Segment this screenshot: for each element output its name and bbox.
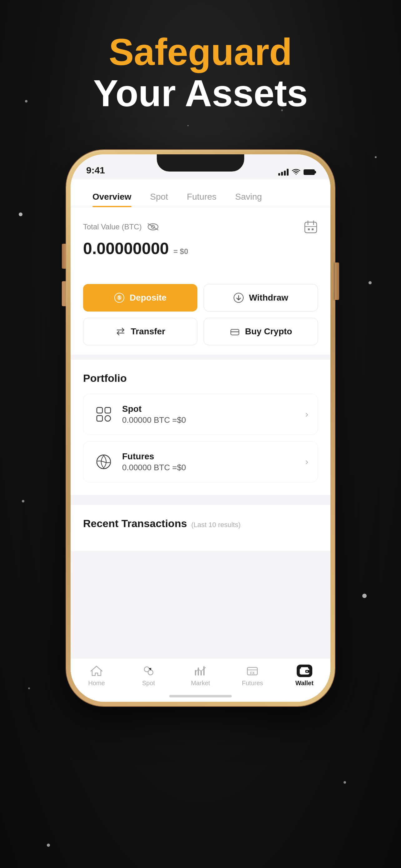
buy-crypto-icon — [230, 326, 240, 337]
hero-line2: Your Assets — [0, 72, 401, 114]
sparkle-dot — [188, 125, 189, 126]
futures-chevron-right-icon: › — [305, 457, 308, 467]
status-time: 9:41 — [86, 165, 105, 176]
tab-saving[interactable]: Saving — [226, 186, 271, 207]
wifi-icon — [292, 169, 300, 176]
sparkle-dot — [375, 156, 377, 158]
sparkle-dot — [369, 281, 372, 284]
nav-label-wallet: Wallet — [295, 680, 313, 687]
futures-portfolio-value: 0.00000 BTC =$0 — [122, 463, 305, 472]
transfer-button[interactable]: Transfer — [83, 318, 197, 345]
phone-notch — [157, 154, 244, 172]
spot-nav-icon — [141, 664, 157, 677]
svg-rect-8 — [312, 228, 313, 230]
battery-icon — [304, 169, 315, 175]
sparkle-dot — [19, 213, 23, 216]
balance-section: Total Value (BTC) — [71, 207, 330, 275]
svg-rect-7 — [308, 228, 310, 230]
transactions-subtitle: (Last 10 results) — [192, 521, 241, 529]
tab-spot[interactable]: Spot — [141, 186, 178, 207]
svg-rect-17 — [97, 415, 102, 421]
section-divider-2 — [71, 495, 330, 500]
phone-screen: 9:41 — [71, 154, 330, 702]
transfer-icon — [115, 326, 126, 337]
app-content: Overview Spot Futures Saving — [71, 179, 330, 702]
sparkle-dot — [47, 844, 50, 847]
nav-item-home[interactable]: Home — [71, 664, 123, 687]
svg-rect-3 — [305, 222, 317, 233]
wallet-tabs: Overview Spot Futures Saving — [71, 179, 330, 207]
tab-futures[interactable]: Futures — [177, 186, 226, 207]
signal-icon — [278, 169, 289, 176]
deposit-button[interactable]: $ Deposite — [83, 284, 197, 312]
balance-amount: 0.00000000 = $0 — [83, 239, 318, 258]
spot-portfolio-value: 0.00000 BTC =$0 — [122, 415, 305, 425]
sparkle-dot — [22, 500, 24, 502]
svg-rect-16 — [105, 407, 110, 413]
futures-portfolio-info: Futures 0.00000 BTC =$0 — [122, 452, 305, 472]
portfolio-item-futures[interactable]: Futures 0.00000 BTC =$0 › — [83, 441, 318, 483]
nav-item-wallet[interactable]: Wallet — [278, 664, 330, 687]
nav-item-futures[interactable]: FX Futures — [226, 664, 278, 687]
spot-chevron-right-icon: › — [305, 409, 308, 419]
deposit-icon: $ — [114, 292, 125, 303]
calendar-icon[interactable] — [304, 220, 318, 234]
svg-rect-15 — [97, 407, 102, 413]
withdraw-button[interactable]: Withdraw — [204, 284, 318, 312]
sparkle-dot — [28, 687, 30, 689]
phone-device: 9:41 — [66, 150, 335, 706]
total-value-label-row: Total Value (BTC) — [83, 220, 318, 234]
nav-label-home: Home — [89, 680, 105, 687]
futures-nav-icon: FX — [244, 664, 260, 677]
spot-icon — [93, 403, 114, 425]
transactions-section: Recent Transactions (Last 10 results) — [71, 505, 330, 551]
home-icon — [89, 664, 104, 677]
section-divider-1 — [71, 354, 330, 360]
portfolio-title: Portfolio — [83, 372, 318, 384]
svg-point-21 — [148, 670, 153, 675]
nav-item-spot[interactable]: Spot — [123, 664, 174, 687]
withdraw-icon — [233, 292, 244, 303]
tab-overview[interactable]: Overview — [83, 186, 141, 207]
buy-crypto-button[interactable]: Buy Crypto — [204, 318, 318, 345]
total-value-label: Total Value (BTC) — [83, 222, 142, 231]
spot-portfolio-info: Spot 0.00000 BTC =$0 — [122, 404, 305, 425]
futures-portfolio-name: Futures — [122, 452, 305, 462]
spot-portfolio-name: Spot — [122, 404, 305, 414]
nav-label-market: Market — [191, 680, 210, 687]
nav-label-spot: Spot — [142, 680, 155, 687]
nav-item-market[interactable]: Market — [175, 664, 226, 687]
svg-point-30 — [306, 671, 308, 672]
phone-outer-frame: 9:41 — [66, 150, 335, 706]
status-icons — [278, 169, 315, 176]
hero-section: Safeguard Your Assets — [0, 31, 401, 114]
sparkle-dot — [362, 594, 367, 598]
market-icon — [193, 664, 208, 677]
action-buttons-grid: $ Deposite Withdraw — [71, 275, 330, 354]
main-scroll-area[interactable]: Total Value (BTC) — [71, 207, 330, 702]
portfolio-section: Portfolio — [71, 360, 330, 495]
wallet-icon — [297, 664, 312, 677]
futures-icon — [93, 451, 114, 473]
hide-balance-icon[interactable] — [147, 222, 159, 231]
svg-text:$: $ — [118, 295, 121, 300]
svg-point-18 — [105, 415, 110, 421]
sparkle-dot — [343, 781, 346, 784]
svg-text:FX: FX — [250, 671, 255, 675]
nav-label-futures: Futures — [242, 680, 263, 687]
transactions-title: Recent Transactions — [83, 518, 187, 530]
home-indicator — [169, 695, 232, 698]
hero-line1: Safeguard — [0, 31, 401, 72]
portfolio-item-spot[interactable]: Spot 0.00000 BTC =$0 › — [83, 394, 318, 435]
